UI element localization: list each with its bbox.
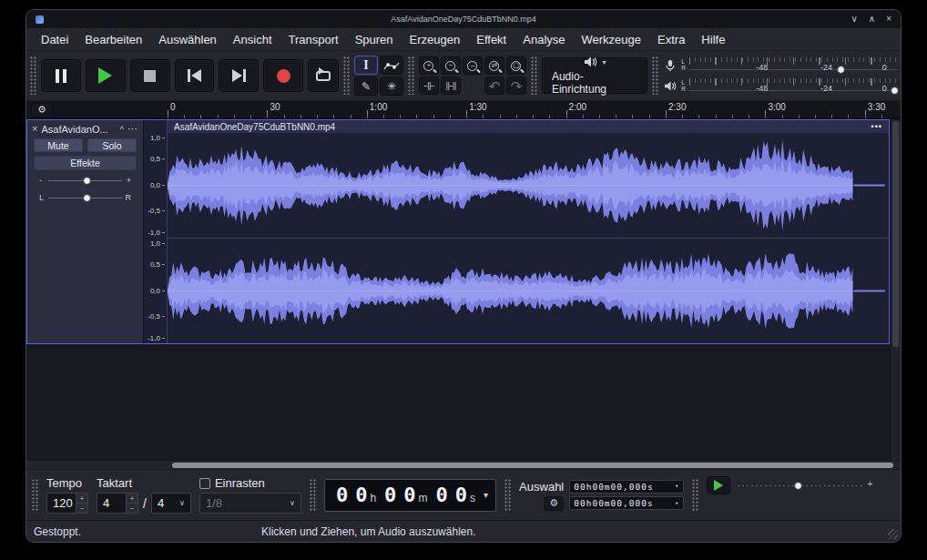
timeline-options-button[interactable]: ⚙ xyxy=(31,103,53,117)
stop-button[interactable] xyxy=(130,59,170,92)
menu-ansicht[interactable]: Ansicht xyxy=(226,31,280,48)
waveform-channel-1[interactable] xyxy=(168,133,889,238)
skip-to-start-button[interactable] xyxy=(175,59,215,92)
snap-interval-select[interactable]: 1/8 ∨ xyxy=(199,493,301,514)
menu-bearbeiten[interactable]: Bearbeiten xyxy=(77,31,149,48)
horizontal-scrollbar-track[interactable] xyxy=(26,460,901,469)
transport-toolbar-grip[interactable] xyxy=(30,56,36,95)
redo-button[interactable]: ↷ xyxy=(506,76,526,95)
play-speed-handle[interactable] xyxy=(794,482,802,490)
gain-slider-handle[interactable] xyxy=(83,177,91,185)
record-gain-handle[interactable] xyxy=(837,66,845,74)
selection-group: Auswahl 00h00m00,000s ▾ ⚙ 00h00m00,000s … xyxy=(519,480,684,511)
sig-down-button[interactable]: − xyxy=(126,504,138,514)
draw-tool-button[interactable]: ✎ xyxy=(354,76,378,96)
trim-audio-icon: −‖− xyxy=(423,82,433,90)
time-toolbar-grip[interactable] xyxy=(32,479,38,512)
vertical-scrollbar[interactable] xyxy=(890,119,901,460)
stop-icon xyxy=(144,70,156,82)
envelope-tool-button[interactable] xyxy=(380,56,403,75)
gain-slider[interactable]: - + xyxy=(39,174,131,188)
edit-toolbar-grip[interactable] xyxy=(408,56,414,95)
meter-db-label: -48 xyxy=(756,84,768,93)
undo-button[interactable]: ↶ xyxy=(484,76,504,95)
zoom-in-button[interactable]: + xyxy=(419,56,439,75)
menu-datei[interactable]: Datei xyxy=(34,31,76,48)
menu-hilfe[interactable]: Hilfe xyxy=(694,31,732,48)
audio-position-display[interactable]: 00 h 00 m 00 s ▾ xyxy=(324,479,496,512)
fit-project-button[interactable]: ▢ xyxy=(506,56,526,75)
selection-tool-button[interactable]: I xyxy=(354,56,378,75)
play-at-speed-button[interactable] xyxy=(707,476,730,494)
record-meter-bar[interactable]: -48-240 xyxy=(689,56,897,74)
trim-audio-button[interactable]: −‖− xyxy=(419,76,439,95)
selection-options-button[interactable]: ⚙ xyxy=(544,496,564,511)
menu-analyse[interactable]: Analyse xyxy=(515,31,572,48)
close-button[interactable]: × xyxy=(886,15,891,24)
position-format-dropdown-icon[interactable]: ▾ xyxy=(484,490,488,500)
zoom-out-button[interactable]: − xyxy=(441,56,461,75)
timeline-ruler[interactable]: 0301:001:302:002:303:003:30 xyxy=(53,101,901,118)
menu-effekt[interactable]: Effekt xyxy=(469,31,514,48)
tools-toolbar-grip[interactable] xyxy=(343,56,350,95)
pause-button[interactable] xyxy=(41,59,81,92)
meter-db-label: -48 xyxy=(756,63,768,72)
track-area[interactable]: × AsafAvidanO... ^ ⋯ Mute Solo Effekte - xyxy=(26,119,901,460)
waveform-channel-2[interactable] xyxy=(168,239,889,343)
pan-slider[interactable]: L R xyxy=(39,191,131,205)
skip-to-end-button[interactable] xyxy=(219,59,259,92)
audio-setup-button[interactable]: ▾ Audio-Einrichtung xyxy=(542,57,647,94)
tempo-input[interactable]: 120 + − xyxy=(46,493,88,514)
play-speed-slider[interactable]: + xyxy=(738,478,872,493)
play-speed-toolbar-grip[interactable] xyxy=(692,479,698,512)
skip-start-icon xyxy=(188,69,201,82)
minimize-button[interactable]: ∨ xyxy=(851,15,858,24)
setup-toolbar-grip[interactable] xyxy=(531,56,537,95)
sig-up-button[interactable]: + xyxy=(126,493,138,504)
seconds-unit: s xyxy=(470,492,475,504)
track-name[interactable]: AsafAvidanO... xyxy=(41,124,116,135)
silence-audio-button[interactable]: ‖−‖ xyxy=(441,76,461,95)
time-signature-upper-input[interactable]: 4 + − xyxy=(97,493,138,514)
menu-erzeugen[interactable]: Erzeugen xyxy=(402,31,468,48)
loop-icon xyxy=(316,71,331,81)
menu-werkzeuge[interactable]: Werkzeuge xyxy=(575,31,649,48)
pan-slider-handle[interactable] xyxy=(83,194,91,202)
play-button[interactable] xyxy=(86,59,126,92)
zoom-toggle-button[interactable]: ⇄ xyxy=(484,56,504,75)
play-meter-bar[interactable]: -48-240 xyxy=(689,77,897,95)
menu-auswhlen[interactable]: Auswählen xyxy=(151,31,224,48)
waveform-left xyxy=(168,133,889,238)
track-menu-icon[interactable]: ⋯ xyxy=(127,123,138,135)
tempo-down-button[interactable]: − xyxy=(76,504,88,514)
clip-header[interactable]: AsafAvidanOneDay75CduBTbNN0.mp4 ••• xyxy=(168,120,889,133)
menu-extra[interactable]: Extra xyxy=(650,31,692,48)
multi-tool-button[interactable]: ✳ xyxy=(380,76,403,96)
audio-track[interactable]: × AsafAvidanO... ^ ⋯ Mute Solo Effekte - xyxy=(26,119,890,344)
solo-button[interactable]: Solo xyxy=(87,138,137,152)
meter-toolbar-grip[interactable] xyxy=(652,56,658,95)
playback-meter[interactable]: L R -48-240 xyxy=(663,77,897,95)
clip-menu-icon[interactable]: ••• xyxy=(871,122,882,131)
recording-meter[interactable]: L R -48-240 xyxy=(663,56,897,74)
horizontal-scrollbar-thumb[interactable] xyxy=(172,463,893,468)
track-close-icon[interactable]: × xyxy=(32,124,37,134)
loop-button[interactable] xyxy=(308,59,339,92)
track-collapse-icon[interactable]: ^ xyxy=(120,125,124,134)
maximize-button[interactable]: ∧ xyxy=(869,15,875,24)
snap-checkbox[interactable] xyxy=(199,478,210,489)
mute-button[interactable]: Mute xyxy=(34,138,83,152)
effects-button[interactable]: Effekte xyxy=(34,156,137,170)
menu-transport[interactable]: Transport xyxy=(281,31,346,48)
record-button[interactable] xyxy=(263,59,303,92)
play-volume-handle[interactable] xyxy=(891,87,899,95)
tempo-up-button[interactable]: + xyxy=(76,493,88,504)
selection-end-input[interactable]: 00h00m00,000s ▾ xyxy=(569,496,684,510)
selection-toolbar-grip[interactable] xyxy=(504,479,511,512)
titlebar[interactable]: AsafAvidanOneDay75CduBTbNN0.mp4 ∨ ∧ × xyxy=(26,10,901,28)
menu-spuren[interactable]: Spuren xyxy=(348,31,401,48)
zoom-to-selection-button[interactable]: ↔ xyxy=(463,56,483,75)
position-toolbar-grip[interactable] xyxy=(310,479,316,512)
time-signature-lower-select[interactable]: 4 ∨ xyxy=(151,493,191,514)
selection-start-input[interactable]: 00h00m00,000s ▾ xyxy=(569,480,684,494)
